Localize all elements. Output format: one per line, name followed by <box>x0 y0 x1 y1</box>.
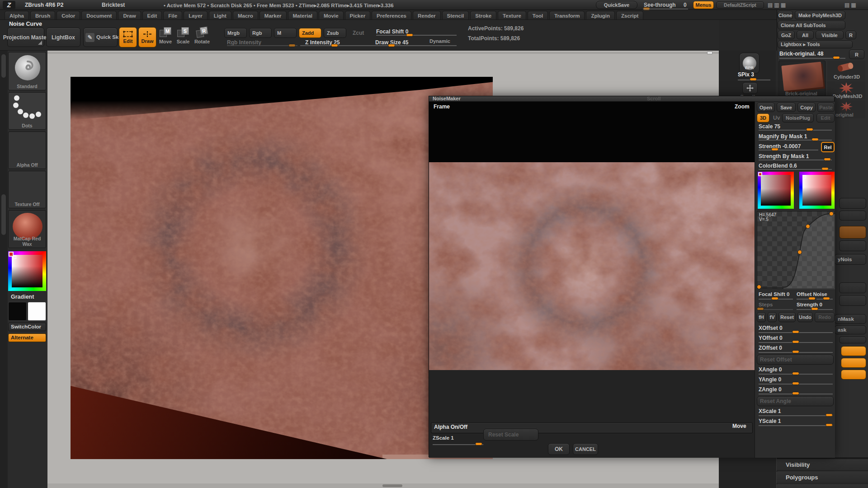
active-tool-slider[interactable] <box>833 56 840 59</box>
z-intensity-track[interactable] <box>300 45 380 46</box>
canvas-scroll-thumb-top[interactable] <box>707 52 712 54</box>
reset-scale-button[interactable]: Reset Scale <box>483 429 538 441</box>
window-icons-right[interactable]: ▤▦ <box>844 2 858 8</box>
tray-fragment-button[interactable] <box>839 295 866 306</box>
rail-scroll-nub[interactable] <box>1 54 6 78</box>
menu-zplugin[interactable]: Zplugin <box>586 11 615 19</box>
menu-light[interactable]: Light <box>209 11 231 19</box>
menu-file[interactable]: File <box>163 11 182 19</box>
colorblend-track[interactable] <box>759 169 832 170</box>
noise-color-a-picker[interactable] <box>758 172 794 209</box>
menu-alpha[interactable]: Alpha <box>5 11 29 19</box>
rgb-intensity-slider[interactable] <box>288 44 296 47</box>
current-tool-thumb[interactable]: Brick-original <box>778 61 826 97</box>
reset-offset-button[interactable]: Reset Offset <box>757 355 834 365</box>
clone-button[interactable]: Clone <box>778 11 793 19</box>
scroll-pan-button[interactable] <box>742 82 758 94</box>
m-button[interactable]: M <box>274 28 297 38</box>
zadd-button[interactable]: Zadd <box>299 28 321 38</box>
noiseplug-button[interactable]: NoisePlug <box>782 113 814 122</box>
section-visibility[interactable]: Visibility <box>777 459 868 471</box>
open-button[interactable]: Open <box>757 103 775 112</box>
zoffset-slider[interactable] <box>792 350 799 353</box>
menu-color[interactable]: Color <box>57 11 80 19</box>
gradient-swatch-white[interactable] <box>28 302 46 321</box>
texture-selector[interactable]: Texture Off <box>8 171 46 208</box>
fh-button[interactable]: fH <box>757 312 766 322</box>
menu-texture[interactable]: Texture <box>498 11 526 19</box>
noise-curve-editor[interactable]: H=.5647 V=.5 <box>757 211 835 289</box>
frame-label[interactable]: Frame <box>434 103 450 110</box>
redo-button[interactable]: Redo <box>815 312 835 322</box>
draw-button[interactable]: Draw <box>138 27 156 47</box>
spix-slider[interactable] <box>750 78 757 81</box>
scale-button[interactable]: S Scale <box>175 27 191 47</box>
panel-focal-slider[interactable] <box>771 297 778 300</box>
tray-orange-button[interactable] <box>841 358 866 368</box>
tray-orange-button[interactable] <box>841 346 866 356</box>
tray-fragment-brown-button[interactable] <box>839 226 866 239</box>
section-polygroups[interactable]: Polygroups <box>777 472 868 483</box>
quicksave-button[interactable]: QuickSave <box>596 1 637 9</box>
make-polymesh3d-button[interactable]: Make PolyMesh3D <box>795 11 845 19</box>
by-noise-button[interactable]: yNois <box>835 254 866 265</box>
rel-button[interactable]: Rel <box>821 142 835 152</box>
stroke-selector[interactable]: Dots <box>8 92 46 130</box>
brush-selector[interactable]: Standard <box>8 52 46 90</box>
menu-marker[interactable]: Marker <box>259 11 287 19</box>
zcut-button[interactable]: Zcut <box>353 30 364 36</box>
cancel-button[interactable]: CANCEL <box>573 443 598 455</box>
section-contact[interactable]: Contact <box>777 484 868 488</box>
offset-noise-slider2[interactable] <box>823 297 830 300</box>
tray-fragment-button[interactable] <box>839 336 866 343</box>
zoom-label[interactable]: Zoom <box>735 103 750 110</box>
magnify-track[interactable] <box>759 140 832 141</box>
rotate-button[interactable]: R Rotate <box>193 27 211 47</box>
menu-stencil[interactable]: Stencil <box>442 11 469 19</box>
offset-noise-slider1[interactable] <box>808 297 816 300</box>
menu-tool[interactable]: Tool <box>528 11 548 19</box>
menu-edit[interactable]: Edit <box>142 11 162 19</box>
yoffset-slider[interactable] <box>792 340 799 343</box>
menu-draw[interactable]: Draw <box>118 11 141 19</box>
mask-fragment-button2[interactable]: ask <box>835 325 866 334</box>
zscale-slider[interactable] <box>475 442 482 446</box>
menu-movie[interactable]: Movie <box>319 11 344 19</box>
menu-brush[interactable]: Brush <box>30 11 55 19</box>
material-selector[interactable]: MatCap Red Wax <box>8 210 46 248</box>
colorblend-slider[interactable] <box>821 167 829 170</box>
dynamic-label[interactable]: Dynamic <box>429 38 450 44</box>
strength-slider[interactable] <box>771 148 778 151</box>
zsub-button[interactable]: Zsub <box>324 28 346 38</box>
xoffset-slider[interactable] <box>792 330 799 333</box>
dialog-title-bar[interactable]: NoiseMaker Scroll <box>429 96 834 102</box>
xscale-track[interactable] <box>759 415 833 416</box>
goz-button[interactable]: GoZ <box>778 31 795 39</box>
yscale-slider[interactable] <box>826 423 833 427</box>
rgb-intensity-track[interactable] <box>227 45 297 46</box>
strength-track[interactable] <box>759 150 818 150</box>
scale-track[interactable] <box>759 130 832 131</box>
rail-scroll-nub2[interactable] <box>1 194 6 235</box>
menu-preferences[interactable]: Preferences <box>372 11 411 19</box>
save-button[interactable]: Save <box>777 103 796 112</box>
move-handle-label[interactable]: Move <box>732 423 746 429</box>
draw-size-slider[interactable] <box>388 44 395 47</box>
move-button[interactable]: M Move <box>158 27 173 47</box>
tray-orange-button[interactable] <box>841 370 866 380</box>
xscale-slider[interactable] <box>826 413 833 417</box>
focal-shift-slider[interactable] <box>406 33 413 37</box>
scale-slider[interactable] <box>806 128 813 131</box>
menu-material[interactable]: Material <box>288 11 317 19</box>
rgb-button[interactable]: Rgb <box>249 28 272 38</box>
reset-curve-button[interactable]: Reset <box>778 312 796 322</box>
copy-button[interactable]: Copy <box>797 103 816 112</box>
magnify-slider[interactable] <box>811 138 819 141</box>
preview-frame-area[interactable]: Frame Zoom <box>429 102 755 162</box>
yangle-slider[interactable] <box>792 382 799 385</box>
strength-mask-slider[interactable] <box>824 158 831 161</box>
strength-mask-track[interactable] <box>759 160 832 160</box>
color-picker[interactable] <box>8 251 46 291</box>
menu-picker[interactable]: Picker <box>345 11 371 19</box>
menu-macro[interactable]: Macro <box>233 11 258 19</box>
